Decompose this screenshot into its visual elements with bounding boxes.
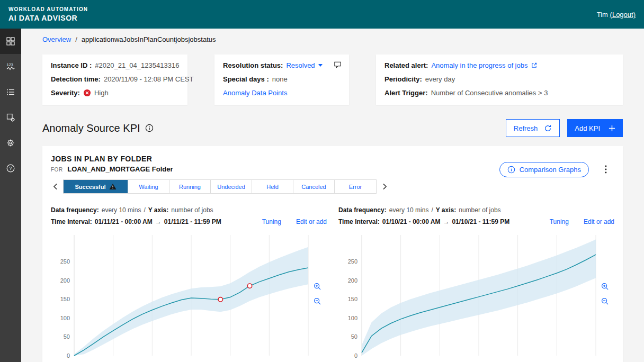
svg-text:123: 123 (7, 62, 14, 67)
warning-icon (109, 183, 117, 190)
zoom-out-icon[interactable] (314, 297, 321, 305)
tab-held[interactable]: Held (252, 180, 293, 193)
tab-running[interactable]: Running (169, 180, 211, 193)
app-title: AI DATA ADVISOR (8, 14, 88, 22)
edit-or-add-link[interactable]: Edit or add (584, 218, 614, 225)
time-interval-start: 01/11/21 - 00:00 AM (95, 218, 153, 225)
info-icon (507, 166, 515, 174)
info-icon[interactable] (145, 124, 154, 132)
sidebar-item-help[interactable]: ? (0, 156, 21, 181)
chart-meta-interval: Time Interval: 01/10/21 - 00:00 AM → 01/… (338, 218, 614, 225)
chart-panels: Data frequency: every 10 mins / Y axis: … (51, 206, 614, 362)
plus-icon (609, 125, 615, 132)
tab-label: Canceled (301, 184, 326, 190)
breadcrumb-overview[interactable]: Overview (42, 35, 71, 43)
chart-meta-frequency: Data frequency: every 10 mins / Y axis: … (338, 206, 614, 214)
resolution-card: Resolution status: Resolved Special days… (214, 55, 349, 105)
chart-panel-current: Data frequency: every 10 mins / Y axis: … (51, 206, 327, 362)
section-title-wrap: Anomaly Source KPI (42, 122, 154, 134)
tab-label: Waiting (139, 184, 158, 190)
anomaly-data-points-link[interactable]: Anomaly Data Points (223, 89, 287, 97)
svg-text:?: ? (9, 165, 12, 171)
status-tabs: Successful Waiting Running (63, 179, 377, 194)
tab-error[interactable]: Error (335, 180, 376, 193)
launch-icon (531, 62, 538, 69)
add-kpi-button[interactable]: Add KPI (567, 119, 623, 137)
sidebar: 123 (0, 29, 21, 362)
tabs-scroll-left[interactable] (51, 183, 59, 190)
time-interval-label: Time Interval: (338, 218, 380, 225)
severity-value: High (94, 89, 109, 97)
sidebar-item-alerts[interactable] (0, 79, 21, 105)
overflow-menu-button[interactable] (605, 165, 607, 176)
meta-separator: / (431, 206, 433, 214)
refresh-button[interactable]: Refresh (506, 119, 560, 137)
anomaly-point[interactable] (218, 297, 222, 302)
kpi-folder-name: LOAN_AND_MORTGAGE Folder (67, 165, 173, 173)
tab-waiting[interactable]: Waiting (128, 180, 169, 193)
chevron-right-icon (382, 183, 387, 190)
edit-or-add-link[interactable]: Edit or add (296, 218, 327, 225)
special-days-label: Special days : (223, 75, 269, 83)
time-interval-label: Time Interval: (51, 218, 92, 225)
severity-error-icon (83, 89, 91, 97)
tab-label: Undecided (217, 184, 245, 190)
zoom-in-icon[interactable] (601, 283, 609, 291)
data-frequency-label: Data frequency: (51, 206, 99, 214)
breadcrumb-separator: / (75, 35, 77, 43)
app-branding: WORKLOAD AUTOMATION AI DATA ADVISOR (8, 6, 88, 22)
tuning-link[interactable]: Tuning (550, 218, 569, 225)
caret-down-icon (318, 64, 323, 67)
tab-undecided[interactable]: Undecided (211, 180, 252, 193)
chevron-left-icon (53, 183, 58, 190)
dashboard-icon (6, 37, 15, 46)
y-axis-value: number of jobs (459, 206, 500, 214)
help-icon: ? (6, 164, 15, 173)
kpi-for-prefix: FOR (51, 167, 63, 173)
arrow-right-icon: → (155, 218, 162, 225)
y-axis-label: Y axis: (148, 206, 168, 214)
instance-card: Instance ID : #2020_21_04_1235413316 Det… (42, 55, 187, 105)
detection-time-value: 2020/11/09 - 12:08 PM CEST (104, 75, 194, 83)
sidebar-item-settings[interactable] (0, 130, 21, 156)
feedback-button[interactable] (334, 61, 342, 71)
tab-label: Held (266, 184, 279, 190)
resolution-status-label: Resolution status: (223, 61, 283, 69)
app-gear-icon (6, 113, 15, 122)
comparison-graphs-label: Comparison Graphs (520, 166, 581, 174)
chart-meta-frequency: Data frequency: every 10 mins / Y axis: … (51, 206, 327, 214)
zoom-controls (601, 283, 609, 362)
svg-text:200: 200 (60, 277, 70, 284)
sidebar-item-dashboard[interactable] (0, 29, 21, 54)
kpi-section-header: Anomaly Source KPI Refresh Add KPI (42, 119, 623, 137)
data-frequency-label: Data frequency: (338, 206, 387, 214)
svg-text:50: 50 (64, 333, 70, 340)
anomaly-point[interactable] (247, 284, 252, 288)
kpi-card: JOBS IN PLAN BY FOLDER FOR LOAN_AND_MORT… (42, 146, 623, 362)
meta-separator: / (144, 206, 145, 214)
time-interval-end: 01/10/21 - 11:59 PM (452, 218, 509, 225)
section-title: Anomaly Source KPI (42, 122, 140, 134)
chat-icon (334, 61, 342, 69)
chart-wrap: 050100150200250 (51, 232, 327, 362)
logout-link[interactable]: (Logout) (610, 11, 636, 19)
related-alert-label: Related alert: (384, 61, 428, 69)
tabs-scroll-right[interactable] (380, 183, 389, 190)
comparison-graphs-button[interactable]: Comparison Graphs (499, 162, 589, 177)
related-alert-link[interactable]: Anomaly in the progress of jobs (431, 61, 527, 69)
tab-label: Successful (75, 184, 105, 190)
tab-canceled[interactable]: Canceled (293, 180, 335, 193)
zoom-out-icon[interactable] (601, 297, 609, 305)
breadcrumb: Overview / applicationwaJobsInPlanCountj… (42, 35, 623, 43)
tuning-link[interactable]: Tuning (262, 218, 281, 225)
sidebar-item-kpis[interactable]: 123 (0, 54, 21, 79)
resolution-status-dropdown[interactable]: Resolved (286, 61, 315, 69)
sidebar-item-deployments[interactable] (0, 105, 21, 130)
user-name: Tim (597, 11, 608, 19)
zoom-in-icon[interactable] (314, 283, 321, 291)
app-eyebrow: WORKLOAD AUTOMATION (8, 6, 88, 12)
data-frequency-value: every 10 mins (389, 206, 429, 214)
tab-successful[interactable]: Successful (64, 180, 128, 193)
severity-label: Severity: (51, 89, 80, 97)
status-tabs-row: Successful Waiting Running (51, 179, 614, 194)
